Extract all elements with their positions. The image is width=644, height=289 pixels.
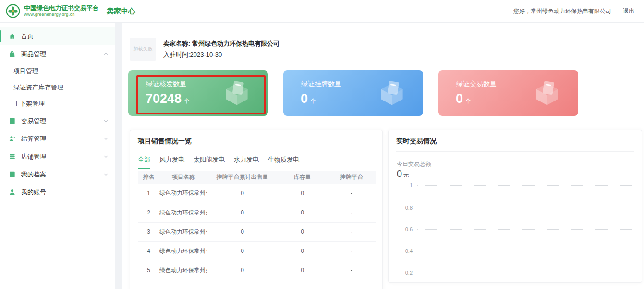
stat-card-listed[interactable]: 绿证挂牌数量0个 xyxy=(283,70,423,116)
sidebar-subitem-label: 上下架管理 xyxy=(13,100,45,108)
sidebar-item-label: 结算管理 xyxy=(21,135,46,143)
sidebar-subitem-gc-inventory[interactable]: 绿证资产库存管理 xyxy=(0,79,115,96)
sales-tabs: 全部风力发电太阳能发电水力发电生物质发电 xyxy=(138,155,308,169)
y-axis-tick-label: 0.4 xyxy=(396,248,417,254)
shop-icon xyxy=(9,153,16,160)
platform-logo-icon xyxy=(6,4,20,18)
sidebar-item-label: 我的账号 xyxy=(21,188,46,197)
sidebar-subitem-label: 项目管理 xyxy=(13,67,38,75)
chevron-down-icon xyxy=(103,172,109,177)
cell-platform: - xyxy=(328,184,376,203)
stat-cards-row: 绿证核发数量70248个绿证挂牌数量0个绿证交易数量0个 xyxy=(128,70,594,116)
sales-table: 排名项目名称挂牌平台累计出售量库存量挂牌平台1绿色动力环保常州生...00-2绿… xyxy=(138,171,376,280)
seller-name: 卖家名称: 常州绿色动力环保热电有限公司 xyxy=(163,39,279,48)
sidebar-item-settlement[interactable]: 结算管理 xyxy=(0,130,115,148)
cell-stock: 0 xyxy=(277,261,328,280)
table-row: 3绿色动力环保常州生...00- xyxy=(138,222,376,241)
cell-platform: - xyxy=(328,203,376,222)
tab-1[interactable]: 风力发电 xyxy=(159,155,184,169)
y-axis-tick-label: 0.8 xyxy=(396,205,417,211)
sidebar-subitem-project[interactable]: 项目管理 xyxy=(0,63,115,79)
sidebar-item-home[interactable]: 首页 xyxy=(0,27,115,45)
sidebar-item-label: 交易管理 xyxy=(21,117,46,126)
stat-card-label: 绿证交易数量 xyxy=(456,80,497,88)
sidebar-subitem-listing[interactable]: 上下架管理 xyxy=(0,96,115,112)
stat-card-value: 0个 xyxy=(456,91,471,106)
tab-2[interactable]: 太阳能发电 xyxy=(194,155,225,169)
tab-3[interactable]: 水力发电 xyxy=(234,155,259,169)
stat-card-unit: 个 xyxy=(310,98,316,104)
sidebar-item-shop[interactable]: 店铺管理 xyxy=(0,148,115,165)
stat-card-unit: 个 xyxy=(465,98,471,104)
stat-card-traded[interactable]: 绿证交易数量0个 xyxy=(438,70,578,116)
tab-0[interactable]: 全部 xyxy=(138,155,150,169)
chart-gridline-row: 0.4 xyxy=(396,248,633,254)
cell-sold: 0 xyxy=(207,261,277,280)
cell-stock: 0 xyxy=(277,241,328,261)
certificate-3d-icon xyxy=(531,77,563,109)
chevron-down-icon xyxy=(103,118,109,124)
column-header: 挂牌平台累计出售量 xyxy=(207,171,277,184)
gridline xyxy=(417,208,633,208)
certificate-3d-icon xyxy=(221,77,253,109)
account-icon xyxy=(9,188,16,196)
stat-card-number: 70248 xyxy=(146,91,182,106)
gridline xyxy=(417,185,633,186)
chart-gridline-row: 0.2 xyxy=(396,269,633,276)
today-total-label: 今日交易总额 xyxy=(397,160,431,168)
sidebar: 首页商品管理项目管理绿证资产库存管理上下架管理交易管理结算管理店铺管理我的档案我… xyxy=(0,23,115,289)
table-row: 2绿色动力环保常州生...00- xyxy=(138,203,376,222)
gridline xyxy=(417,273,633,273)
sidebar-item-archive[interactable]: 我的档案 xyxy=(0,165,115,183)
cell-project: 绿色动力环保常州生... xyxy=(159,184,207,203)
sidebar-item-account[interactable]: 我的账号 xyxy=(0,183,115,201)
trade-panel-title: 实时交易情况 xyxy=(396,137,437,146)
chart-gridline-row: 1 xyxy=(396,182,633,188)
cell-rank: 2 xyxy=(138,203,159,222)
cell-rank: 4 xyxy=(138,241,159,261)
table-header-row: 排名项目名称挂牌平台累计出售量库存量挂牌平台 xyxy=(138,171,376,184)
cell-sold: 0 xyxy=(207,222,277,241)
sales-panel-title: 项目销售情况一览 xyxy=(138,137,192,146)
stat-card-label: 绿证核发数量 xyxy=(146,80,186,88)
column-header: 挂牌平台 xyxy=(328,171,376,184)
archive-icon xyxy=(9,171,16,178)
user-greeting: 您好，常州绿色动力环保热电有限公司 xyxy=(513,7,611,15)
column-header: 库存量 xyxy=(277,171,328,184)
sidebar-item-label: 商品管理 xyxy=(21,50,46,59)
stat-card-value: 0个 xyxy=(301,91,316,106)
sidebar-item-trade[interactable]: 交易管理 xyxy=(0,112,115,130)
cell-stock: 0 xyxy=(277,184,328,203)
y-axis-tick-label: 1 xyxy=(396,182,417,188)
table-row: 4绿色动力环保常州生...00- xyxy=(138,241,376,261)
chart-gridline-row: 0.8 xyxy=(396,204,633,211)
stat-card-value: 70248个 xyxy=(146,91,190,106)
chevron-down-icon xyxy=(103,154,109,159)
y-axis-tick-label: 0.2 xyxy=(396,270,417,276)
trade-icon xyxy=(9,117,16,125)
chevron-down-icon xyxy=(103,136,109,141)
sidebar-item-goods[interactable]: 商品管理 xyxy=(0,45,115,63)
cell-platform: - xyxy=(328,222,376,241)
stat-card-issued[interactable]: 绿证核发数量70248个 xyxy=(128,70,268,116)
divider xyxy=(396,151,634,152)
cell-sold: 0 xyxy=(207,241,277,261)
cell-project: 绿色动力环保常州生... xyxy=(159,222,207,241)
app-header: 中国绿色电力证书交易平台 www.greenenergy.org.cn 卖家中心… xyxy=(0,0,644,23)
stat-card-label: 绿证挂牌数量 xyxy=(301,80,341,88)
cell-stock: 0 xyxy=(277,203,328,222)
sales-panel: 项目销售情况一览 全部风力发电太阳能发电水力发电生物质发电 排名项目名称挂牌平台… xyxy=(130,130,383,289)
cell-project: 绿色动力环保常州生... xyxy=(159,261,207,280)
sidebar-item-label: 我的档案 xyxy=(21,170,46,179)
chart-gridline-row: 0.6 xyxy=(396,226,633,233)
main-content: 加载失败 卖家名称: 常州绿色动力环保热电有限公司 入驻时间:2023-10-3… xyxy=(122,23,644,289)
goods-icon xyxy=(9,50,16,58)
settlement-icon xyxy=(9,135,16,142)
cell-platform: - xyxy=(328,261,376,280)
tab-4[interactable]: 生物质发电 xyxy=(268,155,299,169)
stat-card-unit: 个 xyxy=(184,98,190,104)
table-row: 5绿色动力环保常州生...00- xyxy=(138,261,376,280)
stat-card-number: 0 xyxy=(301,91,308,106)
seller-image-placeholder: 加载失败 xyxy=(130,38,156,61)
logout-link[interactable]: 退出 xyxy=(623,7,634,15)
